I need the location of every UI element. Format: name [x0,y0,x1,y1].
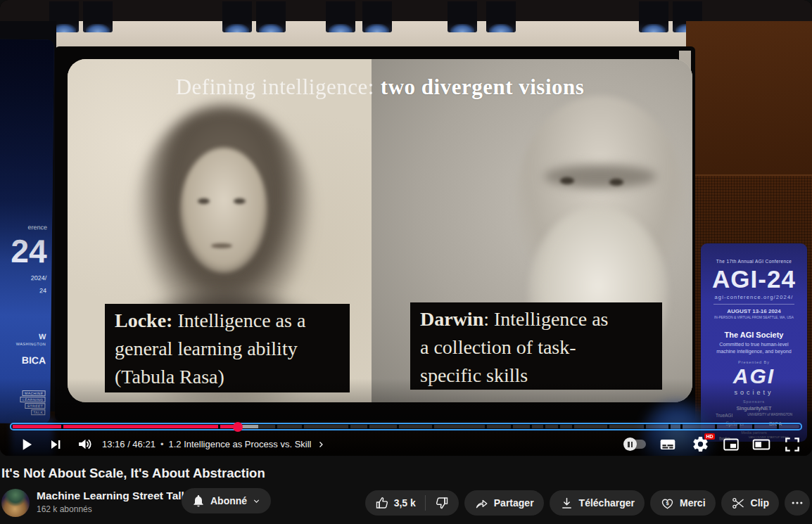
download-label: Télécharger [579,497,635,509]
locke-portrait [211,243,232,248]
chapter-gap [777,424,779,429]
download-button[interactable]: Télécharger [550,490,645,516]
autoplay-toggle[interactable] [621,433,649,456]
share-button[interactable]: Partager [464,490,544,516]
darwin-portrait [609,179,623,186]
scissors-icon [731,496,746,511]
next-button[interactable] [44,433,68,456]
darwin-caption-line1: : Intelligence as [483,308,608,330]
slide-title: Defining intelligence:two divergent visi… [68,75,692,100]
svg-text:$: $ [666,499,669,506]
share-label: Partager [494,497,534,509]
banner-url: agi-conference.org/2024/ [701,294,807,300]
banner-society: The AGI Society [701,331,807,339]
chapter-gap [668,424,671,429]
video-title: It's Not About Scale, It's About Abstrac… [1,466,705,481]
time-display: 13:16 / 46:21 • 1.2 Intelligence as Proc… [102,433,325,456]
player-controls: 13:16 / 46:21 • 1.2 Intelligence as Proc… [0,433,812,456]
darwin-portrait [560,177,574,184]
slide-title-left: Defining intelligence: [176,75,374,99]
pause-icon [623,437,637,451]
darwin-caption: Darwin: Intelligence as a collection of … [410,302,662,390]
darwin-portrait [544,165,656,188]
chapter-title[interactable]: 1.2 Intelligence as Process vs. Skill [168,439,311,449]
stage-light [256,1,286,32]
chapter-gap [397,424,399,429]
chapter-gap [61,424,63,429]
chapter-gap [348,424,350,429]
chapter-gap [737,424,740,429]
stage-light [362,1,392,32]
more-actions-button[interactable] [785,490,810,516]
banner-divider [713,304,794,305]
heart-dollar-icon: $ [660,496,675,511]
hd-quality-badge: HD [704,433,714,440]
chapter-gap [530,424,532,429]
chapter-gap [302,424,304,429]
stage-light [83,1,113,32]
locke-caption-name: Locke: [115,309,172,331]
chapter-gap [715,424,717,429]
dislike-button[interactable] [426,490,459,516]
stage-light [448,1,477,32]
time-separator: • [160,439,164,449]
locke-caption-line1: Intelligence as a [172,309,305,331]
darwin-caption-name: Darwin [420,308,483,330]
chapter-gap [432,424,434,429]
theater-mode-button[interactable] [748,433,775,456]
play-button[interactable] [14,433,38,456]
chevron-down-icon [252,497,261,506]
thanks-button[interactable]: $ Merci [650,490,716,516]
banner-conference-label: The 17th Annual AGI Conference [701,259,807,264]
banner-tagline: machine intelligence, and beyond [701,348,807,354]
channel-avatar[interactable] [1,489,30,517]
progress-track[interactable] [13,425,799,428]
like-dislike-pill: 3,5 k [365,490,459,516]
settings-button[interactable]: HD [688,433,712,456]
presentation-slide: Defining intelligence:two divergent visi… [68,59,692,402]
scrubber[interactable] [233,422,243,432]
stage-light [486,1,516,32]
chapter-gap [680,424,683,429]
stage-light [222,1,252,32]
subscriber-count: 162 k abonnés [37,504,92,514]
stage-light [326,1,355,32]
thumbs-up-icon [374,496,389,511]
clip-label: Clip [751,497,769,509]
bell-icon [191,494,205,508]
progress-bar[interactable] [10,423,802,430]
thumbs-down-icon [435,496,450,511]
channel-name[interactable]: Machine Learning Street Talk [37,490,187,502]
locke-portrait [234,198,246,204]
chevron-right-icon[interactable] [317,440,325,449]
video-player[interactable]: Defining intelligence:two divergent visi… [0,0,812,456]
chapter-gap [275,424,277,429]
banner-left-shadow [0,39,54,424]
banner-tagline: Committed to true human-level [701,341,807,347]
chapter-gap [485,424,487,429]
like-button[interactable]: 3,5 k [365,490,425,516]
fullscreen-button[interactable] [780,433,805,456]
subscribed-label: Abonné [210,495,247,506]
subscribed-button[interactable]: Abonné [182,488,271,513]
agi24-banner-left: erence 24 2024/ 24 W WASHINGTON BICA MAC… [0,39,54,424]
youtube-watch-page: Defining intelligence:two divergent visi… [0,0,812,524]
chapter-gap [367,424,369,429]
miniplayer-button[interactable] [719,433,743,456]
clip-button[interactable]: Clip [721,490,779,516]
subtitles-button[interactable] [656,433,680,456]
stage-light [639,1,668,32]
download-icon [559,496,574,511]
chapter-gap [607,424,609,429]
projector-screen: Defining intelligence:two divergent visi… [55,46,695,421]
banner-dates: AUGUST 13-16 2024 [701,308,807,314]
banner-title: AGI-24 [701,265,807,293]
progress-played [13,425,238,428]
volume-button[interactable] [73,433,97,456]
chapter-gap [644,424,646,429]
chapter-gap [218,424,220,429]
chapter-gap [752,424,754,429]
darwin-caption-line2: a collection of task- [420,336,576,358]
locke-portrait [180,148,267,273]
like-count: 3,5 k [394,497,416,509]
